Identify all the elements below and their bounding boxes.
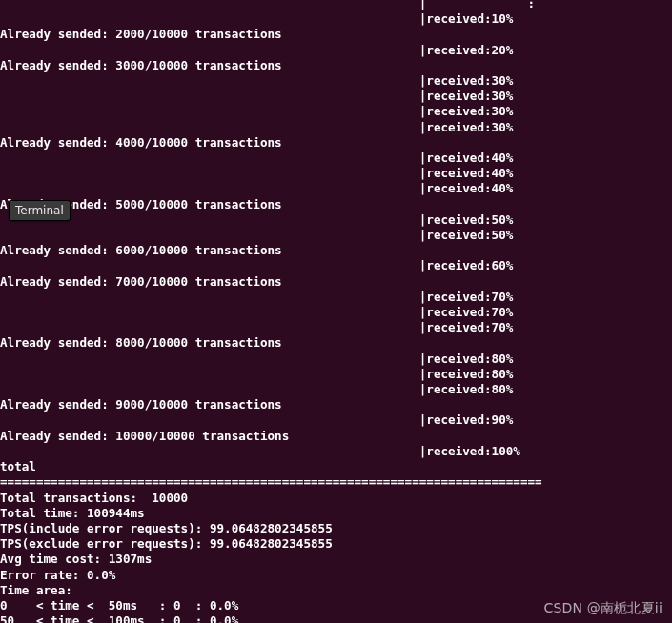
csdn-watermark: CSDN @南栀北夏ii [543,600,662,615]
terminal-output[interactable]: | : |received:10% Already sended: 2000/1… [0,0,557,623]
terminal-tooltip: Terminal [9,200,71,221]
